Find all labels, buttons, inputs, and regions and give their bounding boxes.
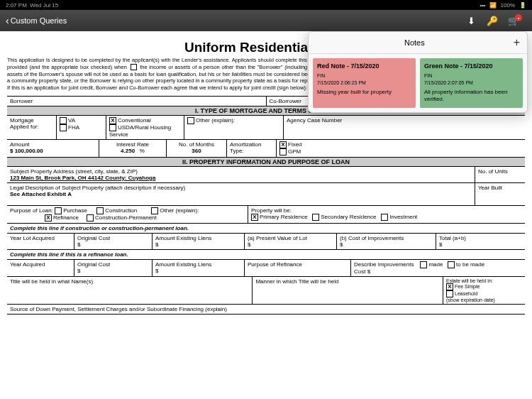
construction-checkbox[interactable] — [96, 207, 104, 214]
back-button[interactable]: ‹ Custom Queries — [6, 15, 67, 26]
notes-panel: Notes + Red Note - 7/15/2020 FIN 7/15/20… — [308, 31, 528, 113]
signal-icon: •••• — [480, 2, 484, 9]
refinance-checkbox[interactable]: X — [45, 214, 52, 222]
agency-case-label: Agency Case Number — [284, 116, 525, 139]
fha-checkbox[interactable] — [60, 124, 67, 131]
cart-button[interactable]: 🛒 • — [508, 15, 526, 26]
year-built-label: Year Built — [475, 183, 525, 205]
amount-value: $ 100,000.00 — [10, 148, 43, 154]
usda-checkbox[interactable] — [109, 124, 116, 131]
primary-residence-checkbox[interactable]: X — [251, 214, 258, 221]
tobemade-checkbox[interactable] — [448, 261, 455, 268]
made-checkbox[interactable] — [420, 261, 427, 268]
secondary-residence-checkbox[interactable] — [312, 214, 319, 221]
wifi-icon: 📶 — [489, 2, 497, 9]
investment-checkbox[interactable] — [381, 214, 388, 221]
section-2-header: II. PROPERTY INFORMATION AND PURPOSE OF … — [7, 158, 525, 167]
back-label: Custom Queries — [11, 16, 67, 25]
constr-perm-checkbox[interactable] — [87, 214, 94, 222]
gpm-checkbox[interactable] — [279, 148, 287, 155]
battery-icon: 100% — [501, 2, 515, 9]
conventional-checkbox[interactable]: X — [109, 117, 116, 124]
title-manner-label: Manner in which Title will be held — [253, 277, 443, 304]
download-icon[interactable]: ⬇ — [465, 15, 477, 26]
other-mortgage-checkbox[interactable] — [187, 117, 194, 124]
va-checkbox[interactable] — [60, 117, 67, 124]
source-down-payment-label: Source of Down Payment, Settlement Charg… — [7, 305, 525, 314]
cart-badge: • — [515, 14, 522, 21]
leasehold-checkbox[interactable] — [446, 290, 453, 297]
rate-value: 4.250 — [121, 148, 135, 154]
title-name-label: Title will be held in what Name(s) — [7, 277, 253, 304]
units-label: No. of Units — [475, 167, 525, 182]
note-red[interactable]: Red Note - 7/15/2020 FIN 7/15/2020 2:06:… — [313, 58, 416, 108]
purchase-checkbox[interactable] — [55, 207, 62, 214]
fee-simple-checkbox[interactable]: X — [446, 283, 453, 290]
notes-title: Notes — [316, 38, 514, 47]
note-green[interactable]: Green Note - 7/15/2020 FIN 7/15/2020 2:0… — [420, 58, 523, 108]
construction-line-label: Complete this line if construction or co… — [7, 224, 525, 233]
status-bar: 2:07 PM Wed Jul 15 •••• 📶 100% 🔋 — [0, 0, 532, 10]
refinance-line-label: Complete this line if this is a refinanc… — [7, 250, 525, 259]
add-note-button[interactable]: + — [514, 36, 520, 49]
chevron-left-icon: ‹ — [6, 15, 9, 26]
key-icon[interactable]: 🔑 — [487, 15, 498, 26]
other-purpose-checkbox[interactable] — [151, 207, 158, 214]
nav-bar: ‹ Custom Queries ⬇ 🔑 🛒 • — [0, 10, 532, 31]
borrower-label: Borrower — [7, 97, 267, 106]
fixed-checkbox[interactable]: X — [279, 141, 287, 148]
property-address: 123 Main St, Brook Park, OH 44142 County… — [10, 175, 155, 181]
legal-description: See Attached Exhibit A — [10, 191, 72, 197]
months-value: 360 — [192, 148, 201, 154]
